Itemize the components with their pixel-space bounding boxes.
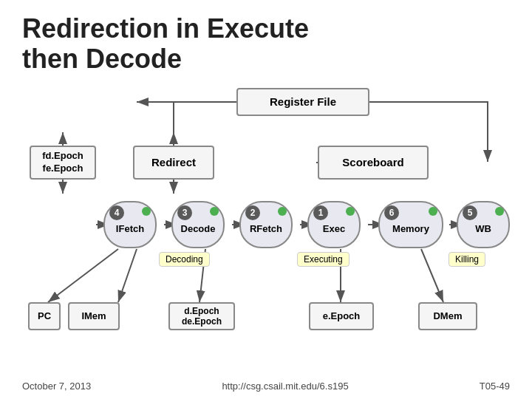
stage-rfetch-num: 2 bbox=[245, 205, 260, 220]
stage-memory-num: 6 bbox=[384, 205, 399, 220]
fd-epoch-line2: fe.Epoch bbox=[43, 163, 83, 175]
stage-ifetch-label: IFetch bbox=[116, 223, 144, 234]
fd-epoch-line1: fd.Epoch bbox=[42, 150, 83, 163]
stage-decode-dot bbox=[210, 207, 219, 216]
diagram: Register File fd.Epoch fe.Epoch Redirect… bbox=[22, 88, 510, 354]
stage-exec-label: Exec bbox=[323, 223, 345, 234]
stage-wb-label: WB bbox=[475, 223, 491, 234]
stage-wb-dot bbox=[495, 207, 504, 216]
register-file-box: Register File bbox=[236, 88, 369, 116]
svg-line-17 bbox=[118, 249, 137, 302]
stage-memory: 6 Memory bbox=[378, 201, 443, 248]
fd-epoch-box: fd.Epoch fe.Epoch bbox=[30, 146, 96, 180]
stage-wb: 5 WB bbox=[457, 201, 510, 248]
e-epoch-box: e.Epoch bbox=[309, 302, 374, 330]
executing-label: Executing bbox=[297, 252, 349, 267]
d-epoch-line1: d.Epoch bbox=[184, 306, 219, 316]
stage-memory-dot bbox=[429, 207, 437, 216]
svg-line-16 bbox=[48, 249, 118, 302]
imem-label: IMem bbox=[81, 310, 106, 321]
svg-line-20 bbox=[421, 249, 443, 302]
scoreboard-box: Scoreboard bbox=[318, 146, 429, 180]
stage-decode-label: Decode bbox=[181, 223, 216, 234]
stage-exec-dot bbox=[346, 207, 355, 216]
decoding-label: Decoding bbox=[159, 252, 210, 267]
killing-label: Killing bbox=[449, 252, 485, 267]
footer-date: October 7, 2013 bbox=[22, 381, 91, 392]
redirect-box: Redirect bbox=[133, 146, 214, 180]
stage-ifetch-dot bbox=[142, 207, 151, 216]
stage-rfetch-label: RFetch bbox=[250, 223, 282, 234]
stage-exec: 1 Exec bbox=[307, 201, 361, 248]
stage-rfetch-dot bbox=[278, 207, 287, 216]
title-line2: then Decode bbox=[22, 44, 182, 74]
pc-box: PC bbox=[28, 302, 61, 330]
slide: Redirection in Execute then Decode bbox=[0, 0, 532, 399]
slide-title: Redirection in Execute then Decode bbox=[22, 13, 510, 75]
title-line1: Redirection in Execute bbox=[22, 13, 309, 44]
footer: October 7, 2013 http://csg.csail.mit.edu… bbox=[22, 381, 510, 392]
imem-box: IMem bbox=[68, 302, 120, 330]
register-file-label: Register File bbox=[270, 95, 336, 108]
dmem-label: DMem bbox=[433, 310, 462, 321]
redirect-label: Redirect bbox=[151, 156, 196, 168]
stage-ifetch-num: 4 bbox=[109, 205, 124, 220]
stage-decode: 3 Decode bbox=[171, 201, 225, 248]
scoreboard-label: Scoreboard bbox=[342, 156, 403, 168]
d-epoch-line2: de.Epoch bbox=[182, 316, 222, 327]
stage-wb-num: 5 bbox=[463, 205, 477, 220]
stage-rfetch: 2 RFetch bbox=[239, 201, 293, 248]
stage-ifetch: 4 IFetch bbox=[103, 201, 157, 248]
d-epoch-box: d.Epoch de.Epoch bbox=[168, 302, 235, 330]
stage-exec-num: 1 bbox=[313, 205, 328, 220]
stage-memory-label: Memory bbox=[392, 223, 429, 234]
footer-url: http://csg.csail.mit.edu/6.s195 bbox=[222, 381, 348, 392]
footer-slide: T05-49 bbox=[480, 381, 510, 392]
stage-decode-num: 3 bbox=[177, 205, 192, 220]
e-epoch-label: e.Epoch bbox=[323, 310, 361, 321]
pc-label: PC bbox=[38, 310, 51, 321]
dmem-box: DMem bbox=[418, 302, 477, 330]
